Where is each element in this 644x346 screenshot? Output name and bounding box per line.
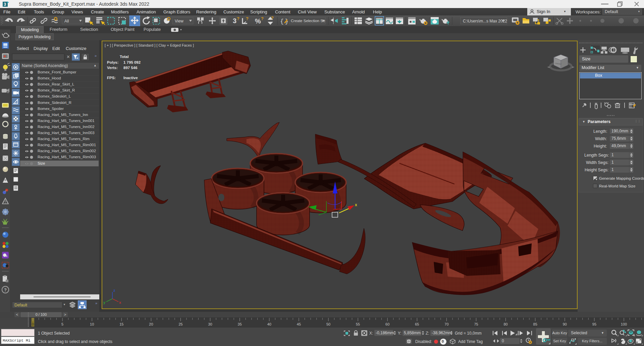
- svg-text:100: 100: [621, 322, 627, 326]
- svg-text:[ + ] [ Perspective ] [ Standa: [ + ] [ Perspective ] [ Standard ] [ Cla…: [105, 43, 194, 47]
- svg-text:30: 30: [208, 322, 212, 326]
- svg-text:Total: Total: [120, 55, 129, 59]
- svg-text:C:\Users\m...s Max 2022: C:\Users\m...s Max 2022: [463, 19, 507, 23]
- svg-text:All: All: [64, 19, 69, 23]
- svg-text:80: 80: [503, 322, 507, 326]
- svg-text:90: 90: [563, 322, 567, 326]
- svg-text:Create Selection Se: Create Selection Se: [291, 19, 325, 23]
- svg-text:0: 0: [32, 322, 34, 326]
- svg-text:25: 25: [178, 322, 182, 326]
- svg-text:x: x: [355, 203, 357, 207]
- svg-text:3: 3: [233, 17, 236, 24]
- svg-text:75: 75: [474, 322, 478, 326]
- svg-text:x: x: [119, 300, 121, 304]
- svg-text:15: 15: [119, 322, 123, 326]
- svg-text:60: 60: [385, 322, 389, 326]
- svg-text:?: ?: [237, 16, 239, 21]
- svg-text:20: 20: [149, 322, 153, 326]
- svg-text:y: y: [103, 300, 106, 304]
- svg-text:70: 70: [444, 322, 448, 326]
- svg-text:Verts:: Verts:: [107, 66, 118, 70]
- svg-text:1 795 092: 1 795 092: [123, 60, 141, 64]
- svg-text:%: %: [255, 17, 261, 25]
- svg-text:?: ?: [4, 287, 7, 292]
- svg-text:3: 3: [4, 2, 6, 7]
- svg-text:Polys:: Polys:: [107, 60, 119, 64]
- svg-text:{ }: { }: [280, 18, 288, 25]
- svg-text:65: 65: [415, 322, 419, 326]
- svg-text:95: 95: [592, 322, 596, 326]
- svg-text:55: 55: [356, 322, 360, 326]
- svg-text:85: 85: [533, 322, 537, 326]
- svg-text:10: 10: [90, 322, 94, 326]
- svg-text:z: z: [113, 288, 115, 292]
- svg-text:FPS:: FPS:: [107, 76, 116, 80]
- svg-text:50: 50: [326, 322, 330, 326]
- svg-text:897 546: 897 546: [123, 66, 138, 70]
- svg-text:40: 40: [267, 322, 271, 326]
- svg-text:?: ?: [271, 15, 274, 20]
- svg-text:35: 35: [238, 322, 242, 326]
- svg-text:?: ?: [261, 16, 264, 21]
- svg-text:45: 45: [297, 322, 301, 326]
- svg-text:View: View: [175, 19, 183, 23]
- svg-text:?: ?: [246, 16, 249, 21]
- svg-text:5: 5: [61, 322, 63, 326]
- svg-text:Inactive: Inactive: [123, 76, 138, 80]
